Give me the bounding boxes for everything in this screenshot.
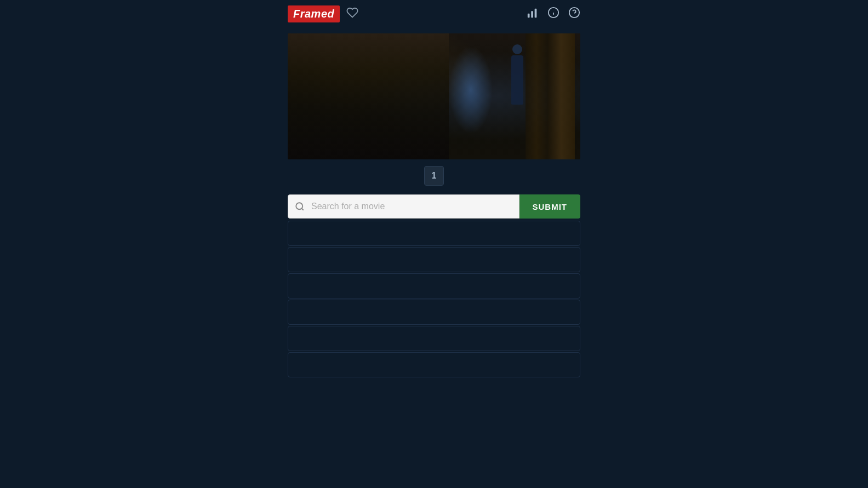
guess-slot-1 <box>288 221 580 246</box>
app-logo: Framed <box>288 5 340 22</box>
frame-counter: 1 <box>424 166 444 186</box>
movie-figure <box>504 44 531 143</box>
guess-slot-2 <box>288 247 580 272</box>
search-input-wrapper <box>288 194 519 219</box>
svg-point-8 <box>296 203 302 209</box>
logo-area: Framed <box>288 5 358 22</box>
svg-rect-1 <box>531 11 533 18</box>
search-input[interactable] <box>311 195 519 218</box>
guess-slot-6 <box>288 352 580 377</box>
heart-icon[interactable] <box>346 7 358 22</box>
svg-line-9 <box>301 208 303 210</box>
guess-slot-3 <box>288 273 580 298</box>
info-icon[interactable] <box>547 7 559 22</box>
svg-rect-2 <box>535 8 537 18</box>
guess-slots <box>288 221 580 377</box>
svg-rect-0 <box>528 13 530 17</box>
search-area: SUBMIT <box>288 194 580 219</box>
movie-scene <box>288 33 580 159</box>
movie-frame <box>288 33 580 159</box>
search-icon <box>288 202 311 211</box>
header: Framed <box>0 0 868 28</box>
stats-icon[interactable] <box>527 7 539 22</box>
submit-button[interactable]: SUBMIT <box>519 194 581 219</box>
guess-slot-5 <box>288 326 580 351</box>
main-content: 1 SUBMIT <box>288 33 580 377</box>
header-icons <box>527 7 580 22</box>
guess-slot-4 <box>288 300 580 325</box>
help-icon[interactable] <box>568 7 580 22</box>
